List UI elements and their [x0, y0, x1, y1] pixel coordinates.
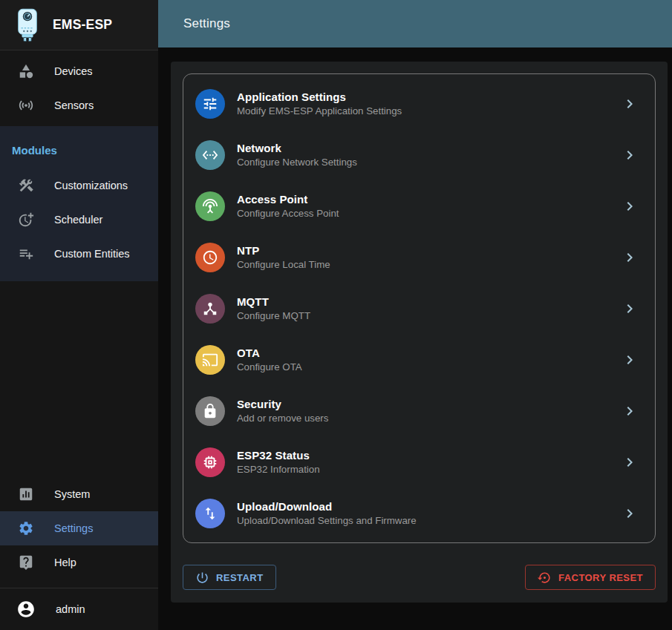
item-title: OTA: [237, 347, 302, 359]
sidebar-item-help[interactable]: Help: [0, 545, 158, 580]
item-text: Upload/Download Upload/Download Settings…: [237, 500, 417, 526]
item-subtitle: Modify EMS-ESP Application Settings: [237, 105, 402, 117]
item-avatar: [195, 89, 225, 119]
settings-item-mqtt[interactable]: MQTT Configure MQTT: [183, 283, 655, 334]
sidebar-item-label: Devices: [54, 65, 93, 77]
sidebar-item-sensors[interactable]: Sensors: [0, 88, 158, 122]
chevron-right-icon: [621, 300, 639, 318]
page-title: Settings: [183, 16, 230, 31]
item-title: Network: [237, 142, 357, 154]
item-avatar: [195, 140, 225, 170]
chevron-right-icon: [621, 95, 639, 113]
item-avatar: [195, 294, 225, 324]
import-export-icon: [202, 505, 218, 522]
item-title: Application Settings: [237, 91, 402, 103]
tune-icon: [202, 96, 218, 112]
modules-heading: Modules: [0, 126, 158, 168]
construction-icon: [18, 177, 34, 194]
settings-item-security[interactable]: Security Add or remove users: [183, 385, 655, 436]
item-text: Security Add or remove users: [237, 398, 328, 424]
item-title: MQTT: [237, 295, 310, 308]
item-title: NTP: [237, 244, 330, 257]
item-text: MQTT Configure MQTT: [237, 295, 310, 321]
item-text: Application Settings Modify EMS-ESP Appl…: [237, 91, 402, 117]
sidebar-item-scheduler[interactable]: Scheduler: [0, 203, 158, 237]
sidebar-item-label: Sensors: [54, 99, 94, 111]
sensors-icon: [18, 97, 34, 114]
account-circle-icon: [16, 600, 36, 619]
factory-reset-button[interactable]: FACTORY RESET: [525, 565, 656, 590]
antenna-icon: [202, 198, 218, 214]
item-subtitle: Configure Network Settings: [237, 157, 357, 168]
chevron-right-icon: [621, 146, 639, 164]
item-text: NTP Configure Local Time: [237, 244, 330, 270]
item-subtitle: ESP32 Information: [237, 464, 320, 475]
chevron-right-icon: [621, 249, 639, 266]
settings-item-upload-download[interactable]: Upload/Download Upload/Download Settings…: [183, 488, 655, 539]
item-title: Upload/Download: [237, 500, 417, 513]
chevron-right-icon: [621, 351, 639, 369]
analytics-icon: [18, 486, 34, 502]
sidebar-item-devices[interactable]: Devices: [0, 54, 158, 88]
appbar: Settings: [158, 0, 672, 47]
item-subtitle: Add or remove users: [237, 413, 328, 424]
item-subtitle: Configure OTA: [237, 361, 302, 373]
factory-reset-label: FACTORY RESET: [558, 572, 643, 583]
item-subtitle: Configure Local Time: [237, 259, 330, 270]
chevron-right-icon: [621, 197, 639, 215]
sidebar-item-label: Custom Entities: [54, 248, 130, 260]
sidebar-item-settings[interactable]: Settings: [0, 511, 158, 545]
sidebar-item-label: Customizations: [54, 180, 128, 191]
gear-icon: [18, 520, 34, 537]
sidebar-item-admin[interactable]: admin: [0, 588, 158, 630]
settings-item-ota[interactable]: OTA Configure OTA: [183, 334, 655, 385]
settings-list: Application Settings Modify EMS-ESP Appl…: [183, 73, 656, 543]
item-text: ESP32 Status ESP32 Information: [237, 449, 320, 475]
brand-title: EMS-ESP: [53, 17, 112, 33]
actions-row: RESTART FACTORY RESET: [183, 565, 656, 590]
device-hub-icon: [202, 301, 218, 317]
cast-icon: [202, 352, 218, 368]
sidebar-item-label: Help: [54, 557, 76, 568]
restart-button[interactable]: RESTART: [183, 565, 276, 590]
sidebar-nav-primary: Devices Sensors: [0, 50, 158, 126]
settings-item-application-settings[interactable]: Application Settings Modify EMS-ESP Appl…: [183, 78, 655, 129]
item-title: Access Point: [237, 193, 339, 206]
sidebar-spacer: [0, 281, 158, 473]
sidebar-item-system[interactable]: System: [0, 477, 158, 511]
more-time-icon: [18, 211, 34, 228]
playlist-add-icon: [18, 246, 34, 262]
sidebar-item-custom-entities[interactable]: Custom Entities: [0, 237, 158, 271]
item-avatar: [195, 191, 225, 221]
lock-icon: [202, 403, 218, 419]
clock-icon: [202, 249, 218, 266]
chevron-right-icon: [621, 402, 639, 420]
backup-restore-icon: [538, 571, 552, 585]
settings-item-ntp[interactable]: NTP Configure Local Time: [183, 232, 655, 283]
item-avatar: [195, 243, 225, 272]
item-avatar: [195, 345, 225, 375]
sidebar-item-customizations[interactable]: Customizations: [0, 168, 158, 203]
sidebar-item-label: Settings: [54, 522, 93, 534]
item-title: Security: [237, 398, 328, 410]
sidebar-nav-secondary: System Settings Help: [0, 473, 158, 583]
modules-section: Modules Customizations Scheduler Custom …: [0, 126, 158, 281]
category-icon: [18, 63, 34, 79]
item-text: Network Configure Network Settings: [237, 142, 357, 168]
item-subtitle: Configure Access Point: [237, 208, 339, 219]
settings-ethernet-icon: [202, 147, 218, 163]
main-area: Settings Application Settings Modify EMS…: [158, 0, 672, 630]
settings-item-access-point[interactable]: Access Point Configure Access Point: [183, 180, 655, 232]
admin-label: admin: [56, 603, 85, 615]
item-avatar: [195, 447, 225, 477]
item-subtitle: Upload/Download Settings and Firmware: [237, 515, 417, 526]
settings-item-network[interactable]: Network Configure Network Settings: [183, 129, 655, 180]
boiler-logo-icon: [15, 8, 40, 42]
sidebar-item-label: Scheduler: [54, 214, 102, 226]
sidebar: EMS-ESP Devices Sensors Modules Customiz…: [0, 0, 158, 630]
settings-item-esp32-status[interactable]: ESP32 Status ESP32 Information: [183, 436, 655, 488]
item-text: Access Point Configure Access Point: [237, 193, 339, 219]
sidebar-header: EMS-ESP: [0, 0, 158, 50]
item-avatar: [195, 499, 225, 528]
power-icon: [195, 571, 209, 585]
